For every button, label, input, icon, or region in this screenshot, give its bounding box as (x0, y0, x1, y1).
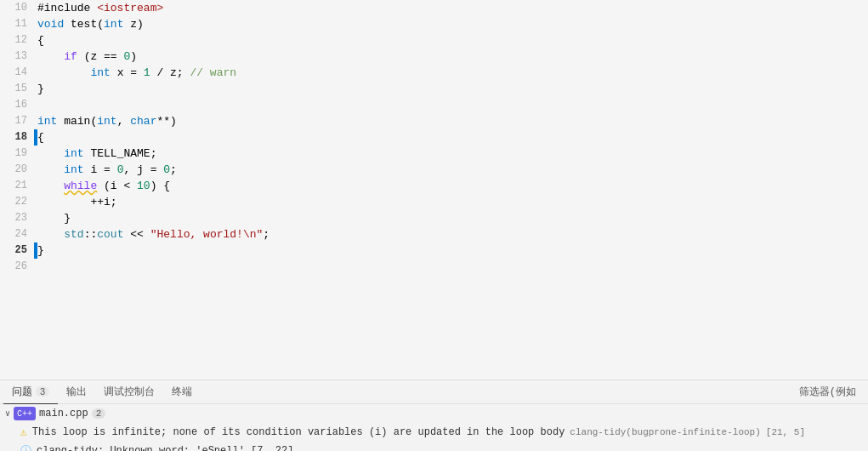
warning-icon: ⚠ (20, 425, 27, 439)
tab-debug-console[interactable]: 调试控制台 (95, 380, 163, 404)
code-line-26 (37, 259, 868, 275)
code-line-18: { (37, 129, 868, 146)
line-num-17: 17 (0, 113, 27, 129)
line-num-19: 19 (0, 146, 27, 162)
tab-output[interactable]: 输出 (58, 380, 95, 404)
line-num-12: 12 (0, 32, 27, 49)
tab-problems-badge: 3 (36, 386, 49, 397)
chevron-down-icon: ∨ (5, 408, 10, 419)
problem-source-1: clang-tidy(bugprone-infinite-loop) (570, 427, 760, 437)
line-num-15: 15 (0, 81, 27, 97)
filename: main.cpp (39, 408, 88, 420)
tab-problems-label: 问题 (12, 385, 32, 399)
line-num-22: 22 (0, 194, 27, 210)
code-line-22: ++i; (37, 194, 868, 210)
problem-text-1: This loop is infinite; none of its condi… (32, 426, 565, 438)
code-line-11: void test(int z) (37, 16, 868, 32)
code-line-24: std::cout << "Hello, world!\n"; (37, 226, 868, 243)
language-badge: C++ (14, 407, 36, 420)
code-line-14: int x = 1 / z; // warn (37, 65, 868, 81)
panel-tabs: 问题 3 输出 调试控制台 终端 筛选器(例如 (0, 380, 868, 404)
line-numbers: 10 11 12 13 14 15 16 17 18 19 20 21 22 2… (0, 0, 34, 380)
line-num-25: 25 (0, 243, 27, 259)
code-line-15: } (37, 81, 868, 97)
code-line-23: } (37, 210, 868, 226)
line-num-10: 10 (0, 0, 27, 16)
problem-item-1[interactable]: ⚠ This loop is infinite; none of its con… (0, 423, 868, 442)
tab-output-label: 输出 (66, 385, 87, 399)
code-line-25: } (37, 243, 868, 259)
problem-count-badge: 2 (92, 408, 106, 419)
code-line-13: if (z == 0) (37, 49, 868, 65)
tab-debug-label: 调试控制台 (104, 385, 155, 399)
problem-text-2: clang-tidy: Unknown word: 'eSpell' [7, 2… (37, 445, 293, 451)
file-group-header[interactable]: ∨ C++ main.cpp 2 (0, 404, 868, 423)
line-num-24: 24 (0, 226, 27, 243)
problems-section: ∨ C++ main.cpp 2 ⚠ This loop is infinite… (0, 404, 868, 451)
code-line-10: #include <iostream> (37, 0, 868, 16)
problem-item-2[interactable]: ⓘ clang-tidy: Unknown word: 'eSpell' [7,… (0, 442, 868, 451)
filter-label: 筛选器(例如 (799, 386, 856, 398)
tab-terminal[interactable]: 终端 (163, 380, 201, 404)
line-num-18: 18 (0, 129, 27, 146)
line-num-16: 16 (0, 97, 27, 113)
line-num-23: 23 (0, 210, 27, 226)
code-line-21: while (i < 10) { (37, 178, 868, 194)
code-line-20: int i = 0, j = 0; (37, 162, 868, 178)
code-line-17: int main(int, char**) (37, 113, 868, 129)
filter-button[interactable]: 筛选器(例如 (791, 385, 865, 399)
line-num-14: 14 (0, 65, 27, 81)
line-num-11: 11 (0, 16, 27, 32)
info-icon: ⓘ (20, 443, 31, 451)
problem-location-1: [21, 5] (766, 427, 805, 437)
code-lines: #include <iostream> void test(int z) { i… (34, 0, 868, 380)
line-num-21: 21 (0, 178, 27, 194)
code-line-12: { (37, 32, 868, 49)
line-num-26: 26 (0, 259, 27, 275)
bottom-panel: 问题 3 输出 调试控制台 终端 筛选器(例如 ∨ C++ main.cpp 2 (0, 380, 868, 451)
line-num-20: 20 (0, 162, 27, 178)
code-editor[interactable]: 10 11 12 13 14 15 16 17 18 19 20 21 22 2… (0, 0, 868, 380)
panel-content: ∨ C++ main.cpp 2 ⚠ This loop is infinite… (0, 404, 868, 451)
tab-terminal-label: 终端 (172, 385, 192, 399)
code-line-16 (37, 97, 868, 113)
tab-problems[interactable]: 问题 3 (3, 380, 58, 404)
line-num-13: 13 (0, 49, 27, 65)
gutter-indicator-18 (34, 129, 37, 146)
code-line-19: int TELL_NAME; (37, 146, 868, 162)
gutter-indicator-25 (34, 243, 37, 259)
